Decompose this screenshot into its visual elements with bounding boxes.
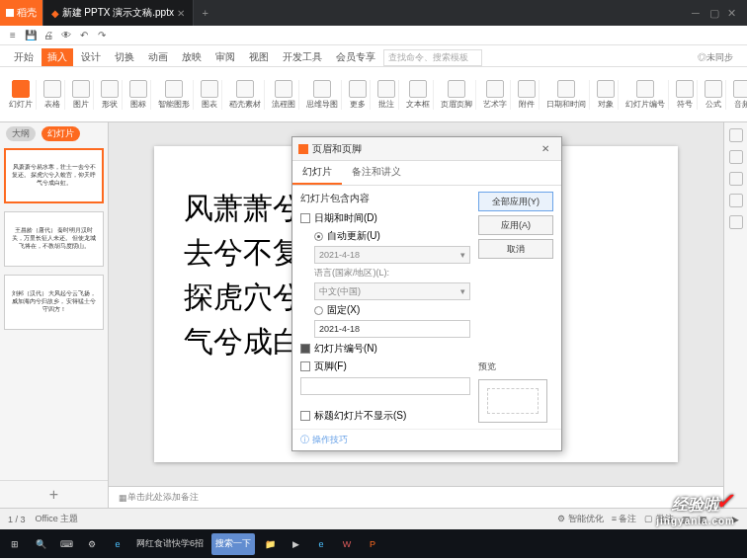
- ribbon-tab-active[interactable]: 插入: [42, 48, 73, 66]
- thumbnail-list: 风萧萧兮易水寒，壮士一去兮不复还。 探虎穴兮入蛟宫，仰天呼气兮成白虹。 王昌龄（…: [0, 144, 108, 480]
- add-slide-button[interactable]: +: [0, 480, 108, 508]
- slidenum-checkbox[interactable]: 幻灯片编号(N): [300, 342, 470, 356]
- tips-link[interactable]: ⓘ 操作技巧: [300, 434, 553, 446]
- ribbon-tab[interactable]: 视图: [243, 48, 275, 66]
- explorer-icon[interactable]: 📁: [259, 533, 281, 555]
- cancel-button[interactable]: 取消: [478, 239, 553, 259]
- app-icon: [298, 144, 308, 154]
- rbar-icon[interactable]: [729, 194, 743, 207]
- ribbon-group[interactable]: 图表: [198, 80, 222, 110]
- ribbon-tab[interactable]: 切换: [109, 48, 140, 66]
- dialog-tab-slide[interactable]: 幻灯片: [292, 161, 342, 185]
- ribbon-group[interactable]: 对象: [594, 80, 619, 110]
- dialog-tab-notes[interactable]: 备注和讲义: [342, 161, 411, 185]
- undo-icon[interactable]: ↶: [77, 29, 91, 42]
- edge-icon[interactable]: e: [107, 533, 128, 555]
- rbar-icon[interactable]: [729, 172, 743, 186]
- ribbon-tab[interactable]: 放映: [176, 48, 208, 66]
- notes-pane[interactable]: ▦ 单击此处添加备注: [109, 486, 723, 508]
- slide-thumb[interactable]: 刘邦（汉代） 大风起兮云飞扬，威加海内兮归故乡， 安得猛士兮守四方！: [4, 275, 104, 330]
- save-icon[interactable]: 💾: [24, 29, 38, 42]
- wps-w-icon[interactable]: W: [336, 533, 358, 555]
- browser-icon[interactable]: e: [310, 533, 332, 555]
- footer-input[interactable]: [300, 377, 470, 395]
- settings-icon[interactable]: ⚙: [81, 533, 103, 555]
- ribbon-group[interactable]: 思维导图: [303, 80, 342, 110]
- ribbon: 幻灯片 表格 图片 形状 图标 智能图形 图表 稻壳素材 流程图 思维导图 更多…: [0, 67, 747, 122]
- command-search[interactable]: 查找命令、搜索模板: [383, 49, 482, 66]
- fixed-date-input[interactable]: 2021-4-18: [314, 320, 470, 338]
- ribbon-tab[interactable]: 动画: [142, 48, 174, 66]
- slide-thumb[interactable]: 王昌龄（唐代） 秦时明月汉时关，万里长征人未还。 但使龙城飞将在，不教胡马度阴山…: [4, 211, 104, 267]
- right-toolbar: [723, 122, 747, 508]
- ribbon-tab[interactable]: 设计: [75, 48, 107, 66]
- ribbon-group[interactable]: 幻灯片编号: [622, 80, 669, 110]
- theme-label: Office 主题: [36, 513, 79, 525]
- ribbon-group[interactable]: 文本框: [403, 80, 434, 110]
- wps-p-icon[interactable]: P: [362, 533, 383, 555]
- ribbon-group[interactable]: 页眉页脚: [438, 80, 476, 110]
- check-icon: ✓: [715, 489, 733, 515]
- ribbon-group[interactable]: 日期和时间: [543, 80, 590, 110]
- quick-access-bar: ≡ 💾 🖨 👁 ↶ ↷: [0, 26, 747, 45]
- taskbar-app-icon[interactable]: ▶: [285, 533, 306, 555]
- ribbon-group[interactable]: 更多: [346, 80, 371, 110]
- redo-icon[interactable]: ↷: [95, 29, 109, 42]
- document-tab[interactable]: ◆ 新建 PPTX 演示文稿.pptx ✕: [43, 0, 194, 26]
- status-bar: 1 / 3 Office 主题 ⚙ 智能优化 ≡ 备注 ▢ 批注 ▥ ▦ ▭ ▶: [0, 508, 747, 529]
- window-close[interactable]: ✕: [727, 7, 739, 19]
- date-dropdown[interactable]: 2021-4-18▾: [314, 246, 470, 264]
- fixed-radio[interactable]: 固定(X): [314, 303, 470, 317]
- dialog-tabs: 幻灯片 备注和讲义: [292, 161, 561, 186]
- search-button[interactable]: 搜索一下: [211, 533, 255, 555]
- rbar-icon[interactable]: [729, 150, 743, 164]
- ribbon-group[interactable]: 形状: [98, 80, 123, 110]
- footer-checkbox[interactable]: 页脚(F): [300, 360, 470, 373]
- ribbon-group[interactable]: 批注: [374, 80, 399, 110]
- ribbon-group[interactable]: 艺术字: [480, 80, 511, 110]
- ribbon-group[interactable]: 幻灯片: [6, 80, 37, 110]
- ribbon-group[interactable]: 流程图: [269, 80, 299, 110]
- news-widget[interactable]: 网红食谱快学6招: [132, 533, 208, 555]
- ribbon-tab[interactable]: 开发工具: [277, 48, 328, 66]
- window-minimize[interactable]: ─: [692, 7, 704, 19]
- window-maximize[interactable]: ▢: [709, 7, 721, 19]
- ribbon-group[interactable]: 图片: [69, 80, 94, 110]
- ribbon-tab[interactable]: 开始: [8, 48, 40, 66]
- ribbon-group[interactable]: 智能图形: [155, 80, 194, 110]
- hide-title-checkbox[interactable]: 标题幻灯片不显示(S): [300, 409, 470, 423]
- datetime-checkbox[interactable]: 日期和时间(D): [300, 211, 470, 225]
- rbar-icon[interactable]: [729, 215, 743, 229]
- menu-icon[interactable]: ≡: [6, 29, 20, 42]
- smart-button[interactable]: ⚙ 智能优化: [557, 513, 604, 525]
- auto-update-radio[interactable]: 自动更新(U): [314, 229, 470, 243]
- ribbon-group[interactable]: 稻壳素材: [226, 80, 265, 110]
- notes-button[interactable]: ≡ 备注: [612, 513, 637, 525]
- print-icon[interactable]: 🖨: [42, 29, 55, 42]
- lang-dropdown[interactable]: 中文(中国)▾: [314, 282, 470, 300]
- apply-all-button[interactable]: 全部应用(Y): [478, 192, 553, 211]
- slides-tab[interactable]: 幻灯片: [42, 126, 80, 141]
- slide-thumb[interactable]: 风萧萧兮易水寒，壮士一去兮不复还。 探虎穴兮入蛟宫，仰天呼气兮成白虹。: [4, 148, 104, 203]
- dialog-close-button[interactable]: ✕: [536, 143, 555, 154]
- preview-icon[interactable]: 👁: [59, 29, 73, 42]
- start-button[interactable]: ⊞: [4, 533, 26, 555]
- ribbon-tab[interactable]: 会员专享: [330, 48, 381, 66]
- ribbon-group[interactable]: 图标: [126, 80, 151, 110]
- taskview-icon[interactable]: ⌨: [55, 533, 77, 555]
- ribbon-group[interactable]: 公式: [702, 80, 726, 110]
- search-icon[interactable]: 🔍: [30, 533, 51, 555]
- ribbon-group[interactable]: 符号: [673, 80, 698, 110]
- home-tab[interactable]: 稻壳: [0, 0, 43, 26]
- new-tab-button[interactable]: +: [194, 7, 217, 19]
- outline-tab[interactable]: 大纲: [6, 126, 36, 141]
- ribbon-group[interactable]: 音频: [730, 80, 747, 110]
- rbar-icon[interactable]: [729, 128, 743, 142]
- dialog-titlebar: 页眉和页脚 ✕: [292, 137, 561, 161]
- ribbon-group[interactable]: 表格: [41, 80, 65, 110]
- slide-panel: 大纲 幻灯片 风萧萧兮易水寒，壮士一去兮不复还。 探虎穴兮入蛟宫，仰天呼气兮成白…: [0, 122, 109, 508]
- sync-status[interactable]: ◎未同步: [692, 49, 739, 66]
- ribbon-tab[interactable]: 审阅: [209, 48, 241, 66]
- apply-button[interactable]: 应用(A): [478, 215, 553, 235]
- ribbon-group[interactable]: 附件: [515, 80, 540, 110]
